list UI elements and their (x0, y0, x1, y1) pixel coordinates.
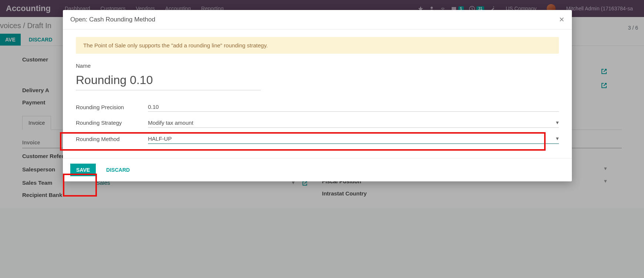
modal-title: Open: Cash Rounding Method (70, 16, 155, 23)
precision-input[interactable]: 0.10 (148, 102, 559, 112)
cash-rounding-modal: Open: Cash Rounding Method ✕ The Point o… (63, 10, 572, 181)
method-label: Rounding Method (76, 136, 148, 142)
modal-body: The Point of Sale only supports the "add… (63, 30, 572, 158)
method-select[interactable]: HALF-UP ▾ (148, 134, 559, 144)
name-label: Name (76, 63, 559, 69)
warning-alert: The Point of Sale only supports the "add… (76, 37, 559, 54)
modal-save-button[interactable]: SAVE (70, 164, 96, 176)
precision-label: Rounding Precision (76, 104, 148, 110)
modal-footer: SAVE DISCARD (63, 158, 572, 181)
modal-header: Open: Cash Rounding Method ✕ (63, 10, 572, 30)
chevron-down-icon: ▾ (556, 119, 559, 126)
chevron-down-icon: ▾ (556, 135, 559, 142)
strategy-select[interactable]: Modify tax amount ▾ (148, 118, 559, 128)
strategy-label: Rounding Strategy (76, 120, 148, 126)
name-input[interactable] (76, 72, 261, 90)
close-icon[interactable]: ✕ (559, 16, 564, 24)
modal-discard-button[interactable]: DISCARD (100, 164, 136, 176)
